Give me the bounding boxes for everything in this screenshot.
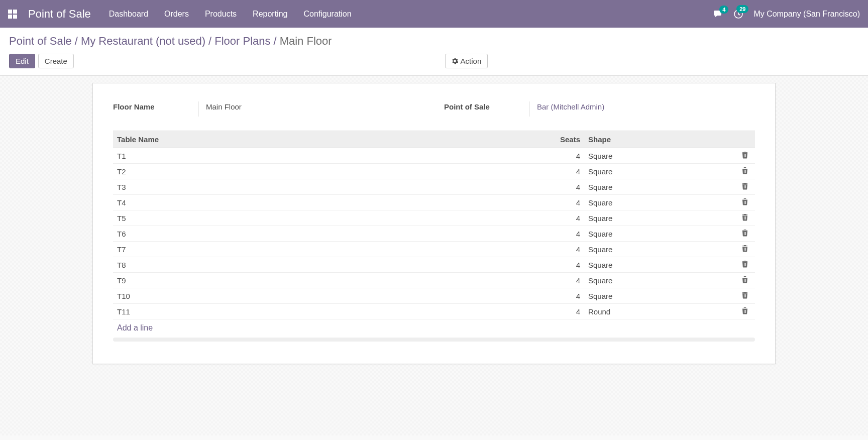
col-header-delete [735, 131, 755, 148]
breadcrumb-floorplans[interactable]: Floor Plans [214, 35, 270, 48]
action-label: Action [461, 57, 482, 65]
table-row[interactable]: T24Square [113, 164, 755, 179]
cell-name[interactable]: T11 [113, 304, 529, 319]
breadcrumb-sep: / [75, 35, 78, 48]
activities-button[interactable]: 29 [733, 9, 743, 19]
trash-icon[interactable] [741, 182, 748, 190]
floor-name-label: Floor Name [113, 101, 193, 111]
activities-badge: 29 [736, 5, 748, 13]
nav-orders[interactable]: Orders [164, 10, 189, 19]
gear-icon [452, 58, 458, 64]
table-row[interactable]: T94Square [113, 273, 755, 288]
trash-icon[interactable] [741, 276, 748, 283]
pos-label: Point of Sale [444, 101, 524, 111]
cell-seats[interactable]: 4 [529, 304, 584, 319]
trash-icon[interactable] [741, 151, 748, 159]
cell-name[interactable]: T2 [113, 164, 529, 179]
cell-name[interactable]: T4 [113, 195, 529, 210]
cell-seats[interactable]: 4 [529, 288, 584, 304]
table-row[interactable]: T14Square [113, 148, 755, 164]
breadcrumb-restaurant[interactable]: My Restaurant (not used) [81, 35, 205, 48]
table-row[interactable]: T54Square [113, 210, 755, 226]
breadcrumb-sep: / [274, 35, 277, 48]
table-row[interactable]: T64Square [113, 226, 755, 242]
brand-title[interactable]: Point of Sale [28, 8, 91, 21]
table-row[interactable]: T114Round [113, 304, 755, 319]
breadcrumb-pos[interactable]: Point of Sale [9, 35, 72, 48]
cell-seats[interactable]: 4 [529, 195, 584, 210]
tables-list: Table Name Seats Shape T14SquareT24Squar… [113, 131, 755, 319]
action-button[interactable]: Action [445, 54, 488, 68]
cell-seats[interactable]: 4 [529, 164, 584, 179]
cell-shape[interactable]: Square [584, 164, 735, 179]
cell-name[interactable]: T1 [113, 148, 529, 164]
col-header-seats[interactable]: Seats [529, 131, 584, 148]
breadcrumb: Point of Sale / My Restaurant (not used)… [9, 35, 859, 48]
cell-shape[interactable]: Square [584, 273, 735, 288]
cell-shape[interactable]: Square [584, 195, 735, 210]
trash-icon[interactable] [741, 291, 748, 299]
trash-icon[interactable] [741, 229, 748, 237]
cell-seats[interactable]: 4 [529, 273, 584, 288]
add-line-link[interactable]: Add a line [113, 319, 755, 337]
nav-menu: Dashboard Orders Products Reporting Conf… [109, 10, 352, 19]
nav-reporting[interactable]: Reporting [253, 10, 287, 19]
cell-name[interactable]: T6 [113, 226, 529, 242]
create-button[interactable]: Create [38, 54, 74, 68]
cell-name[interactable]: T5 [113, 210, 529, 226]
cell-seats[interactable]: 4 [529, 226, 584, 242]
edit-button[interactable]: Edit [9, 54, 35, 68]
cell-seats[interactable]: 4 [529, 242, 584, 257]
control-panel: Point of Sale / My Restaurant (not used)… [0, 28, 868, 76]
form-sheet: Floor Name Main Floor Point of Sale Bar … [92, 83, 776, 364]
main-navbar: Point of Sale Dashboard Orders Products … [0, 0, 868, 28]
nav-dashboard[interactable]: Dashboard [109, 10, 148, 19]
cell-shape[interactable]: Square [584, 148, 735, 164]
content-area: Floor Name Main Floor Point of Sale Bar … [0, 76, 868, 435]
cell-name[interactable]: T10 [113, 288, 529, 304]
trash-icon[interactable] [741, 245, 748, 252]
cell-shape[interactable]: Square [584, 242, 735, 257]
cell-name[interactable]: T8 [113, 257, 529, 273]
company-selector[interactable]: My Company (San Francisco) [753, 10, 860, 19]
horizontal-scrollbar[interactable] [113, 338, 755, 342]
table-row[interactable]: T104Square [113, 288, 755, 304]
cell-seats[interactable]: 4 [529, 210, 584, 226]
messages-button[interactable]: 4 [713, 10, 723, 19]
trash-icon[interactable] [741, 198, 748, 205]
breadcrumb-current: Main Floor [280, 35, 332, 48]
cell-shape[interactable]: Square [584, 288, 735, 304]
nav-configuration[interactable]: Configuration [303, 10, 351, 19]
cell-seats[interactable]: 4 [529, 179, 584, 195]
cell-seats[interactable]: 4 [529, 148, 584, 164]
trash-icon[interactable] [741, 167, 748, 174]
trash-icon[interactable] [741, 307, 748, 314]
trash-icon[interactable] [741, 260, 748, 268]
cell-shape[interactable]: Square [584, 210, 735, 226]
cell-shape[interactable]: Square [584, 257, 735, 273]
cell-shape[interactable]: Round [584, 304, 735, 319]
cell-name[interactable]: T9 [113, 273, 529, 288]
cell-seats[interactable]: 4 [529, 257, 584, 273]
nav-products[interactable]: Products [205, 10, 237, 19]
floor-name-value: Main Floor [198, 101, 424, 117]
col-header-shape[interactable]: Shape [584, 131, 735, 148]
col-header-name[interactable]: Table Name [113, 131, 529, 148]
apps-icon[interactable] [8, 10, 17, 19]
table-row[interactable]: T44Square [113, 195, 755, 210]
breadcrumb-sep: / [208, 35, 211, 48]
trash-icon[interactable] [741, 213, 748, 221]
cell-name[interactable]: T3 [113, 179, 529, 195]
table-row[interactable]: T84Square [113, 257, 755, 273]
cell-shape[interactable]: Square [584, 179, 735, 195]
pos-value[interactable]: Bar (Mitchell Admin) [529, 101, 755, 117]
cell-shape[interactable]: Square [584, 226, 735, 242]
messages-badge: 4 [719, 6, 728, 14]
table-row[interactable]: T34Square [113, 179, 755, 195]
table-row[interactable]: T74Square [113, 242, 755, 257]
cell-name[interactable]: T7 [113, 242, 529, 257]
